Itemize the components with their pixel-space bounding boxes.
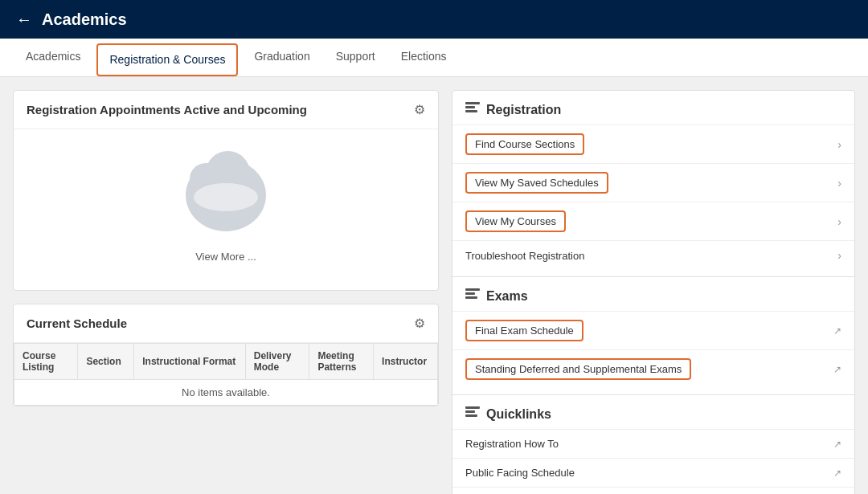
schedule-card-title: Current Schedule [27, 316, 127, 330]
external-icon-0: ↗ [833, 325, 841, 337]
quicklinks-icon [465, 406, 480, 423]
chevron-right-icon-2: › [837, 215, 841, 228]
schedule-table-container: Course Listing Section Instructional For… [14, 343, 438, 406]
quicklinks-section-header: Quicklinks [452, 395, 854, 429]
exams-icon [465, 288, 480, 304]
final-exam-schedule-label: Final Exam Schedule [465, 320, 583, 341]
col-instructor: Instructor [374, 344, 438, 380]
quicklinks-section: Quicklinks Registration How To ↗ Public … [452, 395, 854, 494]
registration-section-header: Registration [452, 91, 854, 125]
exams-section: Exams Final Exam Schedule ↗ Standing Def… [452, 277, 854, 388]
svg-rect-7 [465, 410, 475, 413]
view-my-courses-item[interactable]: View My Courses › [452, 202, 854, 240]
back-button[interactable]: ← [16, 10, 32, 29]
svg-rect-6 [465, 406, 480, 409]
appointment-card-title: Registration Appointments Active and Upc… [27, 103, 307, 116]
exams-section-title: Exams [486, 289, 528, 304]
cloud-graphic [178, 151, 274, 231]
tab-support[interactable]: Support [323, 39, 388, 76]
svg-rect-2 [465, 110, 477, 112]
troubleshoot-registration-label: Troubleshoot Registration [465, 250, 584, 262]
left-column: Registration Appointments Active and Upc… [13, 90, 439, 494]
find-course-sections-label: Find Course Sections [465, 133, 584, 155]
registration-section: Registration Find Course Sections › View… [452, 91, 854, 270]
registration-how-to-item[interactable]: Registration How To ↗ [452, 429, 854, 458]
svg-rect-5 [465, 296, 477, 299]
tab-registration-courses[interactable]: Registration & Courses [96, 43, 238, 76]
no-items-row: No items available. [14, 380, 438, 406]
schedule-gear-icon[interactable]: ⚙ [414, 316, 425, 331]
col-meeting-patterns: Meeting Patterns [309, 344, 374, 380]
main-content: Registration Appointments Active and Upc… [0, 77, 868, 494]
top-bar: ← Academics [0, 0, 868, 39]
external-icon-1: ↗ [833, 364, 841, 375]
col-instructional-format: Instructional Format [134, 344, 246, 380]
svg-rect-3 [465, 288, 480, 291]
schedule-card: Current Schedule ⚙ Course Listing Sectio… [13, 304, 439, 406]
chevron-right-icon-3: › [837, 249, 841, 262]
schedule-table: Course Listing Section Instructional For… [14, 343, 438, 406]
view-my-courses-label: View My Courses [465, 210, 566, 232]
col-section: Section [78, 344, 134, 380]
appointment-card-header: Registration Appointments Active and Upc… [14, 91, 438, 129]
external-icon-ql-1: ↗ [833, 467, 841, 479]
view-more-link[interactable]: View More ... [189, 244, 263, 269]
find-course-sections-item[interactable]: Find Course Sections › [452, 125, 854, 163]
troubleshoot-registration-item[interactable]: Troubleshoot Registration › [452, 240, 854, 270]
registration-how-to-label: Registration How To [465, 438, 559, 450]
registration-section-title: Registration [486, 103, 561, 117]
svg-rect-1 [465, 106, 475, 108]
tab-graduation[interactable]: Graduation [241, 39, 322, 76]
schedule-card-header: Current Schedule ⚙ [14, 304, 438, 343]
svg-rect-8 [465, 414, 477, 417]
final-exam-schedule-item[interactable]: Final Exam Schedule ↗ [452, 311, 854, 349]
appointment-body: View More ... [14, 129, 438, 290]
exams-section-header: Exams [452, 277, 854, 311]
tab-academics[interactable]: Academics [13, 39, 93, 76]
svg-rect-4 [465, 292, 475, 295]
tab-nav: Academics Registration & Courses Graduat… [0, 39, 868, 77]
public-facing-schedule-label: Public Facing Schedule [465, 467, 575, 479]
right-column: Registration Find Course Sections › View… [452, 90, 855, 494]
standing-deferred-exams-item[interactable]: Standing Deferred and Supplemental Exams… [452, 349, 854, 388]
public-facing-schedule-item[interactable]: Public Facing Schedule ↗ [452, 458, 854, 487]
view-saved-schedules-label: View My Saved Schedules [465, 172, 608, 194]
no-items-text: No items available. [14, 380, 438, 406]
standing-deferred-exams-label: Standing Deferred and Supplemental Exams [465, 358, 691, 380]
quicklinks-section-title: Quicklinks [486, 407, 551, 422]
col-delivery-mode: Delivery Mode [245, 344, 309, 380]
canvas-item[interactable]: Canvas ↗ [452, 487, 854, 494]
svg-rect-0 [465, 102, 480, 104]
col-course-listing: Course Listing [14, 344, 78, 380]
appointment-gear-icon[interactable]: ⚙ [414, 102, 425, 117]
view-my-saved-schedules-item[interactable]: View My Saved Schedules › [452, 163, 854, 202]
registration-icon [465, 102, 480, 118]
page-title: Academics [42, 10, 127, 29]
appointment-card: Registration Appointments Active and Upc… [13, 90, 439, 291]
chevron-right-icon-1: › [837, 177, 841, 190]
external-icon-ql-0: ↗ [833, 439, 841, 450]
tab-elections[interactable]: Elections [388, 39, 460, 76]
chevron-right-icon-0: › [837, 138, 841, 151]
